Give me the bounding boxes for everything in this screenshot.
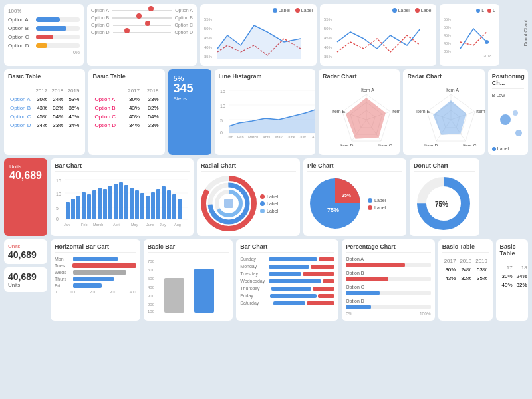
svg-rect-98 xyxy=(103,189,107,219)
stat-card-2: Units 40,689 xyxy=(4,158,47,236)
svg-text:Feb: Feb xyxy=(237,135,243,138)
radar-chart-1-card: Radar Chart Item A xyxy=(319,69,400,155)
svg-marker-5 xyxy=(217,25,301,59)
basic-table-1: 2017 2018 2019 Option A 30%24%53% Option… xyxy=(8,86,81,130)
hbar-axis-label: 100% xyxy=(8,8,80,14)
basic-bar-card: Basic Bar 700 600 500 400 300 200 100 39… xyxy=(144,239,233,321)
svg-text:Feb: Feb xyxy=(81,223,87,227)
positioning-chart-card: Positioning Ch... B Low Label xyxy=(488,69,528,155)
stat-card-4: 40,689 Units xyxy=(4,267,47,292)
svg-rect-106 xyxy=(146,196,150,219)
svg-point-80 xyxy=(500,114,511,125)
svg-text:Weds: Weds xyxy=(360,61,369,62)
svg-text:Sat: Sat xyxy=(279,61,285,62)
line-histogram-svg: 15 10 5 0 14.5 Jan Feb Marc xyxy=(219,86,315,138)
table-row: Option D 34%33%34% xyxy=(8,121,81,130)
basic-table-4: 17 18 30%24% 43%32% xyxy=(500,263,528,289)
svg-text:2018: 2018 xyxy=(483,54,491,58)
svg-text:15: 15 xyxy=(56,178,61,183)
basic-bar-title: Basic Bar xyxy=(148,243,229,253)
line-histogram-title: Line Histagram xyxy=(219,73,311,82)
stat-label-1: Steps xyxy=(174,96,206,102)
svg-rect-108 xyxy=(156,189,160,219)
svg-text:50%: 50% xyxy=(324,27,332,31)
svg-rect-141 xyxy=(164,278,184,313)
table-row: Option A 30%33% xyxy=(92,95,160,104)
svg-rect-112 xyxy=(178,199,182,219)
svg-text:75%: 75% xyxy=(327,207,339,213)
svg-rect-91 xyxy=(66,202,70,219)
svg-text:June: June xyxy=(146,223,154,227)
bar-chart-small-svg: 15 10 5 0 xyxy=(55,176,190,227)
svg-text:75%: 75% xyxy=(435,201,448,208)
radar-chart-2-svg: Item A Item B Item C Item D Item E xyxy=(407,86,484,146)
svg-text:510: 510 xyxy=(196,312,203,317)
svg-rect-110 xyxy=(167,190,171,219)
svg-text:Item D: Item D xyxy=(424,144,438,146)
svg-point-82 xyxy=(513,110,518,116)
svg-text:500: 500 xyxy=(148,277,155,281)
svg-text:45%: 45% xyxy=(324,36,332,40)
svg-rect-103 xyxy=(130,188,134,219)
svg-text:Jan: Jan xyxy=(64,223,70,227)
bar-chart-small-card: Bar Chart 15 10 5 0 xyxy=(51,158,194,236)
radar-chart-2-card: Radar Chart Item A Item B Item C Item D xyxy=(403,69,484,155)
basic-table-1-card: Basic Table 2017 2018 2019 Option A 30%2… xyxy=(4,69,85,155)
svg-rect-101 xyxy=(119,182,123,219)
svg-marker-40 xyxy=(229,93,315,133)
stat-label-2: Units xyxy=(9,164,42,170)
svg-rect-144 xyxy=(194,269,214,313)
svg-text:50%: 50% xyxy=(444,25,451,29)
basic-bar-svg: 700 600 500 400 300 200 100 399 399 510 … xyxy=(148,257,233,317)
basic-table-4-card: Basic Table 17 18 30%24% 43%32% xyxy=(496,239,528,321)
svg-rect-93 xyxy=(76,196,80,219)
svg-rect-95 xyxy=(87,194,91,219)
bar-chart-small-title: Bar Chart xyxy=(55,162,190,172)
svg-text:Item B: Item B xyxy=(392,109,400,114)
svg-point-30 xyxy=(485,40,489,44)
hbar-main-title: Horizontal Bar Cart xyxy=(55,243,136,253)
hbar-mini-card: 100% Option A Option B Option C xyxy=(4,4,84,66)
svg-text:Tues: Tues xyxy=(226,61,234,62)
line-chart-card-2: Label Label 55% 50% 45% 40% 35% Mon Tues… xyxy=(320,4,436,66)
svg-text:Item E: Item E xyxy=(416,109,430,114)
stat-num-2: 40,689 xyxy=(9,170,42,182)
svg-text:5: 5 xyxy=(56,206,59,211)
radial-chart-title: Radial Chart xyxy=(201,162,296,172)
svg-text:25%: 25% xyxy=(342,193,352,198)
svg-text:35%: 35% xyxy=(324,55,332,59)
hbar-option-b: Option B xyxy=(8,25,80,31)
svg-text:55%: 55% xyxy=(204,17,213,21)
stat-num-1: 345 xyxy=(174,82,206,96)
svg-rect-127 xyxy=(224,199,233,208)
svg-text:Item A: Item A xyxy=(361,88,374,92)
svg-point-81 xyxy=(515,130,522,136)
svg-text:Item C: Item C xyxy=(463,144,477,146)
svg-text:10: 10 xyxy=(220,104,225,108)
svg-text:Item D: Item D xyxy=(340,144,354,146)
svg-rect-96 xyxy=(92,190,96,219)
svg-text:300: 300 xyxy=(148,294,155,298)
svg-text:April: April xyxy=(113,223,120,227)
donut-chart-card: Donut Chart 75% Donut Chant xyxy=(410,158,479,236)
stat-card-3: Units 40,689 xyxy=(4,239,47,264)
table-row: 30%24% xyxy=(500,272,528,281)
slider-chart-card: Option A Option A Option B Option B Opti… xyxy=(87,4,197,66)
table-row: Option C 45%54%45% xyxy=(8,112,81,121)
svg-text:Aug: Aug xyxy=(174,223,181,227)
radial-chart-svg xyxy=(201,176,257,232)
svg-text:100: 100 xyxy=(148,309,155,313)
table-row: Option B 43%32%35% xyxy=(8,104,81,112)
svg-text:Fri: Fri xyxy=(388,61,392,62)
line-chart-svg-3: 55% 50% 45% 40% 35% 2018 xyxy=(444,15,497,59)
svg-text:35%: 35% xyxy=(204,55,213,59)
hbar-track-c xyxy=(36,35,80,39)
svg-text:Sat: Sat xyxy=(402,61,408,62)
svg-rect-107 xyxy=(151,192,155,219)
hbar-track xyxy=(36,17,80,22)
svg-text:55%: 55% xyxy=(324,17,332,21)
svg-rect-111 xyxy=(172,194,176,219)
table-row: Option D 34%33% xyxy=(92,121,160,130)
svg-rect-97 xyxy=(98,188,102,219)
line-histogram-card: Line Histagram 15 10 5 0 14.5 xyxy=(215,69,315,155)
